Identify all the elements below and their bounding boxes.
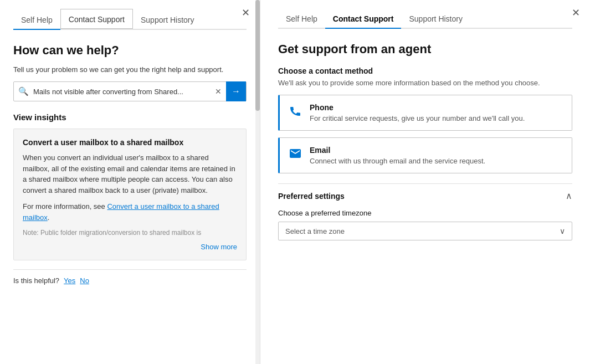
preferred-settings-title: Preferred settings <box>278 192 345 201</box>
left-tabs: Self Help Contact Support Support Histor… <box>13 9 247 30</box>
email-card-title: Email <box>310 146 485 155</box>
subtitle-left: Tell us your problem so we can get you t… <box>13 65 247 74</box>
phone-card-title: Phone <box>310 103 525 112</box>
preferred-settings-header[interactable]: Preferred settings ∧ <box>278 191 572 201</box>
right-panel-inner: Self Help Contact Support Support Histor… <box>260 0 590 364</box>
view-insights-title: View insights <box>13 112 247 122</box>
scrollbar-track[interactable] <box>255 0 260 364</box>
close-button-left[interactable]: ✕ <box>242 7 250 19</box>
search-bar: 🔍 ✕ → <box>13 81 247 101</box>
close-button-right[interactable]: ✕ <box>572 7 580 19</box>
email-icon <box>289 147 302 163</box>
show-more-row: Show more <box>23 242 237 251</box>
email-card-desc: Connect with us through email and the se… <box>310 157 485 165</box>
tab-contact-support-right[interactable]: Contact Support <box>325 9 402 29</box>
right-panel: ✕ Self Help Contact Support Support Hist… <box>260 0 590 364</box>
timezone-select[interactable]: Select a time zone ∨ <box>278 222 572 240</box>
tab-support-history-left[interactable]: Support History <box>133 10 202 29</box>
right-tabs: Self Help Contact Support Support Histor… <box>278 9 572 29</box>
timezone-chevron-icon: ∨ <box>560 227 565 235</box>
tab-self-help-left[interactable]: Self Help <box>13 10 60 29</box>
insight-card-title: Convert a user mailbox to a shared mailb… <box>23 138 237 147</box>
insight-card: Convert a user mailbox to a shared mailb… <box>13 129 247 260</box>
insight-card-body2: For more information, see Convert a user… <box>23 201 237 223</box>
helpful-row: Is this helpful? Yes No <box>13 269 247 285</box>
phone-card[interactable]: Phone For critical service requests, giv… <box>278 95 572 131</box>
show-more-button[interactable]: Show more <box>201 243 237 251</box>
search-icon: 🔍 <box>14 86 33 96</box>
preferred-settings-section: Preferred settings ∧ Choose a preferred … <box>278 183 572 240</box>
helpful-yes[interactable]: Yes <box>64 276 75 285</box>
chevron-up-icon: ∧ <box>566 191 572 201</box>
tab-self-help-right[interactable]: Self Help <box>278 9 325 28</box>
contact-method-desc: We'll ask you to provide some more infor… <box>278 79 572 87</box>
email-card[interactable]: Email Connect with us through email and … <box>278 137 572 173</box>
insight-card-body1: When you convert an individual user's ma… <box>23 152 237 196</box>
insight-note: Note: Public folder migration/conversion… <box>23 228 237 238</box>
left-panel-inner: Self Help Contact Support Support Histor… <box>0 0 260 364</box>
contact-method-title: Choose a contact method <box>278 66 572 75</box>
preferred-settings-content: Choose a preferred timezone Select a tim… <box>278 209 572 240</box>
scrollbar-thumb[interactable] <box>255 0 260 111</box>
helpful-label: Is this helpful? <box>13 276 59 285</box>
search-go-button[interactable]: → <box>226 81 246 101</box>
tab-contact-support-left[interactable]: Contact Support <box>60 9 133 29</box>
email-card-content: Email Connect with us through email and … <box>310 146 485 165</box>
phone-icon <box>289 104 302 121</box>
tab-support-history-right[interactable]: Support History <box>401 9 470 28</box>
page-title-right: Get support from an agent <box>278 42 572 57</box>
page-title-left: How can we help? <box>13 43 247 58</box>
timezone-select-text: Select a time zone <box>285 227 345 235</box>
search-input[interactable] <box>33 88 211 96</box>
phone-card-desc: For critical service requests, give us y… <box>310 114 525 122</box>
clear-button[interactable]: ✕ <box>211 87 226 96</box>
phone-card-content: Phone For critical service requests, giv… <box>310 103 525 122</box>
left-panel: ✕ Self Help Contact Support Support Hist… <box>0 0 260 364</box>
timezone-label: Choose a preferred timezone <box>278 209 572 217</box>
helpful-no[interactable]: No <box>80 276 89 285</box>
